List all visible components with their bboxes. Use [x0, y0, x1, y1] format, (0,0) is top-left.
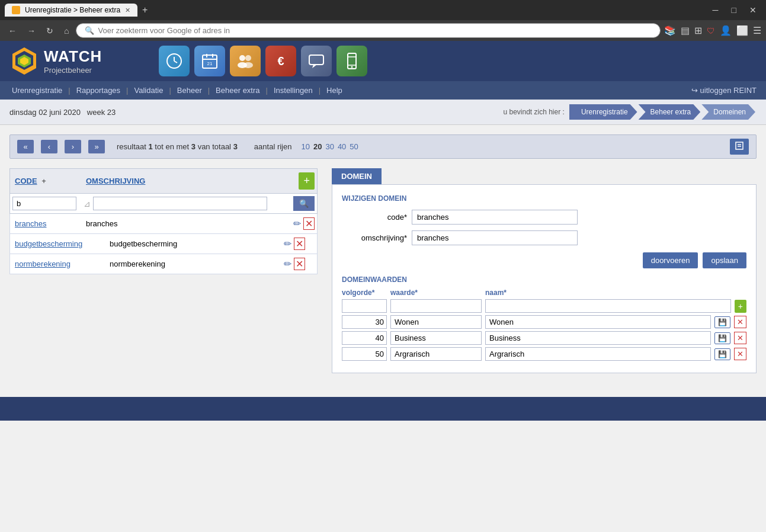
svg-point-15 — [243, 62, 253, 68]
breadcrumb-item-domeinen[interactable]: Domeinen — [701, 104, 755, 120]
dv-col-waarde-header: waarde* — [390, 289, 482, 297]
dv-new-naam[interactable] — [485, 299, 731, 313]
col-actions-header: + — [270, 169, 317, 193]
code-input[interactable] — [412, 210, 578, 225]
code-sort-link[interactable]: CODE — [15, 177, 37, 185]
nav-validatie[interactable]: Validatie — [132, 85, 166, 96]
dv-waarde-wonen[interactable] — [390, 315, 482, 329]
maximize-button[interactable]: □ — [727, 4, 741, 16]
reload-button[interactable]: ↻ — [43, 25, 57, 37]
breadcrumb-location-label: u bevindt zich hier : — [503, 108, 564, 116]
export-button[interactable] — [730, 139, 749, 155]
edit-normberekening-button[interactable]: ✏ — [284, 258, 291, 270]
dv-new-waarde[interactable] — [390, 299, 482, 313]
rows-50[interactable]: 50 — [350, 142, 358, 151]
profile-icon[interactable]: 👤 — [720, 25, 732, 36]
nav-urenregistratie[interactable]: Urenregistratie — [9, 85, 65, 96]
wijzigen-section-title: WIJZIGEN DOMEIN — [342, 194, 746, 203]
rows-40[interactable]: 40 — [338, 142, 346, 151]
row-code-branches[interactable]: branches — [10, 216, 81, 232]
breadcrumb-item-urenregistratie[interactable]: Urenregistratie — [569, 104, 637, 120]
filter-desc-cell: ⊿ — [81, 194, 270, 213]
nav-logout[interactable]: ↪ uitloggen REINT — [691, 86, 757, 95]
delete-branches-button[interactable]: ✕ — [303, 217, 315, 230]
row-code-normberekening[interactable]: normberekening — [10, 256, 105, 272]
add-domain-button[interactable]: + — [299, 172, 315, 190]
menu-icon[interactable]: ☰ — [753, 25, 761, 36]
prev-page-button[interactable]: ‹ — [41, 140, 57, 153]
search-button[interactable]: 🔍 — [293, 196, 315, 211]
dv-volgorde-argrarisch[interactable] — [342, 347, 387, 361]
dv-delete-argrarisch[interactable]: ✕ — [734, 348, 746, 360]
dv-add-button[interactable]: + — [735, 300, 746, 313]
new-tab-button[interactable]: + — [142, 5, 148, 15]
close-window-button[interactable]: ✕ — [745, 4, 761, 16]
dv-delete-wonen[interactable]: ✕ — [734, 316, 746, 328]
doorvoeren-button[interactable]: doorvoeren — [643, 252, 698, 268]
nav-beheer-extra[interactable]: Beheer extra — [213, 85, 262, 96]
opslaan-button[interactable]: opslaan — [703, 252, 746, 268]
shield-icon[interactable]: 🛡 — [707, 26, 715, 36]
dv-save-wonen[interactable]: 💾 — [714, 316, 730, 328]
breadcrumb-bar: dinsdag 02 juni 2020 week 23 u bevindt z… — [0, 100, 766, 125]
rows-20[interactable]: 20 — [313, 142, 322, 151]
row-code-budgetbescherming[interactable]: budgetbescherming — [10, 236, 105, 252]
dv-naam-wonen[interactable] — [485, 315, 711, 329]
home-button[interactable]: ⌂ — [60, 25, 72, 37]
breadcrumb-item-beheer-extra[interactable]: Beheer extra — [639, 104, 701, 120]
dv-volgorde-business[interactable] — [342, 331, 387, 345]
first-page-button[interactable]: « — [17, 140, 34, 153]
dv-waarde-argrarisch[interactable] — [390, 347, 482, 361]
qr-icon[interactable]: ⊞ — [694, 25, 702, 36]
rows-label: aantal rijen — [254, 142, 292, 151]
dv-new-volgorde[interactable] — [342, 299, 387, 313]
list-filter-row: ⊿ 🔍 — [9, 194, 318, 214]
library-icon[interactable]: 📚 — [664, 25, 676, 36]
next-page-button[interactable]: › — [65, 140, 81, 153]
domain-tab[interactable]: DOMEIN — [332, 168, 382, 184]
app-icon-calendar[interactable]: 21 — [194, 46, 225, 76]
delete-budgetbescherming-button[interactable]: ✕ — [294, 238, 305, 250]
browser-tab[interactable]: Urenregistratie > Beheer extra ✕ — [5, 4, 137, 17]
edit-branches-button[interactable]: ✏ — [293, 218, 301, 229]
two-column-layout: CODE + OMSCHRIJVING + ⊿ — [9, 168, 757, 373]
address-input[interactable] — [98, 26, 652, 35]
app-subtitle: Projectbeheer — [44, 66, 102, 75]
omschrijving-input[interactable] — [412, 230, 578, 245]
domain-panel: DOMEIN WIJZIGEN DOMEIN code* omschrijvin… — [332, 168, 757, 373]
app-icon-time[interactable] — [159, 46, 190, 76]
svg-text:21: 21 — [207, 61, 213, 66]
nav-rapportages[interactable]: Rapportages — [74, 85, 123, 96]
app-icon-mobile[interactable] — [336, 46, 367, 76]
nav-instellingen[interactable]: Instellingen — [271, 85, 315, 96]
app-icon-people[interactable] — [230, 46, 261, 76]
dv-naam-business[interactable] — [485, 331, 711, 345]
filter-code-input[interactable] — [12, 197, 76, 210]
dv-waarde-business[interactable] — [390, 331, 482, 345]
app-header: WATCH Projectbeheer 21 € — [0, 41, 766, 81]
app-icon-chat[interactable] — [301, 46, 332, 76]
nav-help[interactable]: Help — [324, 85, 345, 96]
rows-10[interactable]: 10 — [301, 142, 309, 151]
filter-desc-input[interactable] — [93, 197, 267, 210]
dv-save-business[interactable]: 💾 — [714, 332, 730, 344]
rows-30[interactable]: 30 — [325, 142, 334, 151]
edit-budgetbescherming-button[interactable]: ✏ — [284, 238, 291, 249]
dv-save-argrarisch[interactable]: 💾 — [714, 348, 730, 360]
tab-close-button[interactable]: ✕ — [125, 7, 130, 14]
back-button[interactable]: ← — [5, 25, 20, 37]
last-page-button[interactable]: » — [88, 140, 105, 153]
nav-beheer[interactable]: Beheer — [175, 85, 204, 96]
address-bar[interactable]: 🔍 — [76, 23, 661, 38]
app-icon-finance[interactable]: € — [265, 46, 296, 76]
sidebar-icon[interactable]: ▤ — [681, 25, 690, 36]
screenshot-icon[interactable]: ⬜ — [736, 25, 748, 36]
desc-sort-link[interactable]: OMSCHRIJVING — [86, 177, 145, 185]
dv-naam-argrarisch[interactable] — [485, 347, 711, 361]
dv-volgorde-wonen[interactable] — [342, 315, 387, 329]
dv-delete-business[interactable]: ✕ — [734, 332, 746, 344]
minimize-button[interactable]: ─ — [708, 4, 723, 16]
nav-links: Urenregistratie | Rapportages | Validati… — [9, 85, 691, 96]
forward-button[interactable]: → — [24, 25, 39, 37]
delete-normberekening-button[interactable]: ✕ — [294, 258, 305, 270]
